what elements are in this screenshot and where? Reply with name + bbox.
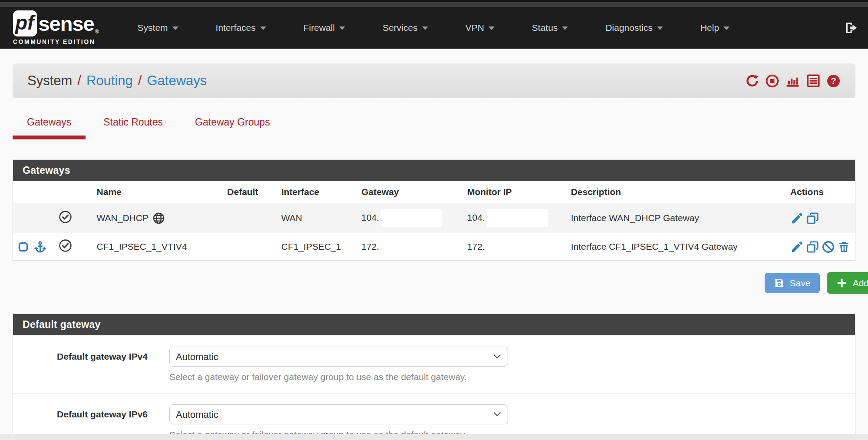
default-gateway-ipv4-label: Default gateway IPv4 xyxy=(30,347,148,362)
check-circle-icon xyxy=(59,239,72,252)
tab-gateways[interactable]: Gateways xyxy=(13,116,86,139)
top-navbar: pf sense ® COMMUNITY EDITION System Inte… xyxy=(0,7,868,49)
pfsense-logo[interactable]: pf sense ® COMMUNITY EDITION xyxy=(13,10,99,45)
caret-down-icon xyxy=(260,26,266,30)
disable-ban-icon[interactable] xyxy=(822,240,835,254)
gateways-table: Name Default Interface Gateway Monitor I… xyxy=(13,181,855,261)
pfsense-logo-sense: sense xyxy=(38,12,94,36)
page-action-icons: ? xyxy=(745,73,841,89)
gateway-default xyxy=(223,203,277,233)
menu-status[interactable]: Status xyxy=(513,23,587,33)
col-interface: Interface xyxy=(277,181,357,203)
menu-diagnostics[interactable]: Diagnostics xyxy=(587,23,682,33)
menu-vpn[interactable]: VPN xyxy=(447,23,513,33)
gateway-name: WAN_DHCP xyxy=(97,213,149,223)
breadcrumb-link-gateways[interactable]: Gateways xyxy=(147,73,207,89)
default-gateway-ipv6-select[interactable]: Automatic xyxy=(169,404,508,424)
menu-services[interactable]: Services xyxy=(364,23,447,33)
refresh-icon[interactable] xyxy=(745,74,759,88)
svg-text:?: ? xyxy=(831,76,836,86)
gateways-panel-title: Gateways xyxy=(13,160,855,181)
table-row: WAN_DHCP WAN 104. 104. xyxy=(13,203,855,233)
caret-down-icon xyxy=(657,26,663,30)
default-gateway-ipv4-group: Default gateway IPv4 Automatic Select a … xyxy=(13,346,855,394)
default-gateway-panel-title: Default gateway xyxy=(13,314,855,335)
col-description: Description xyxy=(567,181,786,203)
pfsense-gateways-page: pf sense ® COMMUNITY EDITION System Inte… xyxy=(0,0,868,440)
gateway-default xyxy=(223,233,277,261)
routing-tabs: Gateways Static Routes Gateway Groups xyxy=(13,116,855,139)
redaction-box xyxy=(381,209,442,227)
gateway-interface: WAN xyxy=(277,203,357,233)
col-monitor-ip: Monitor IP xyxy=(463,181,567,203)
table-buttons: Save Add xyxy=(13,272,855,294)
help-circle-icon[interactable]: ? xyxy=(826,74,841,88)
caret-down-icon xyxy=(723,26,729,30)
tab-static-routes[interactable]: Static Routes xyxy=(89,116,177,139)
window-chrome-strip xyxy=(0,0,868,7)
default-gateway-panel: Default gateway Default gateway IPv4 Aut… xyxy=(13,314,855,440)
gateway-address: 172. xyxy=(357,233,463,261)
col-name: Name xyxy=(85,181,223,203)
col-default: Default xyxy=(223,181,277,203)
caret-down-icon xyxy=(562,26,568,30)
edit-pencil-icon[interactable] xyxy=(790,212,804,225)
breadcrumb-separator: / xyxy=(77,73,81,89)
menu-help[interactable]: Help xyxy=(682,23,748,33)
gateway-interface: CF1_IPSEC_1 xyxy=(277,233,357,261)
gateways-panel: Gateways Name Default Interface Gateway xyxy=(13,159,855,261)
default-gateway-ipv6-label: Default gateway IPv6 xyxy=(30,404,148,420)
table-header-row: Name Default Interface Gateway Monitor I… xyxy=(13,181,855,203)
breadcrumb-section: System xyxy=(27,73,72,89)
monitor-ip: 104. xyxy=(467,212,485,222)
default-gateway-ipv4-select[interactable]: Automatic xyxy=(169,347,508,367)
caret-down-icon xyxy=(488,26,495,30)
caret-down-icon xyxy=(422,26,428,30)
list-icon[interactable] xyxy=(806,73,821,88)
plus-icon xyxy=(836,277,848,289)
gateway-address: 104. xyxy=(361,212,379,222)
menu-firewall[interactable]: Firewall xyxy=(285,23,364,33)
menu-interfaces[interactable]: Interfaces xyxy=(197,23,285,33)
page-bottom-strip xyxy=(0,434,868,440)
caret-down-icon xyxy=(172,26,178,30)
redaction-box xyxy=(487,209,548,227)
add-button[interactable]: Add xyxy=(827,272,868,294)
bar-chart-icon[interactable] xyxy=(785,73,800,89)
default-gateway-ipv6-group: Default gateway IPv6 Automatic Select a … xyxy=(13,394,855,440)
table-row: CF1_IPSEC_1_VTIV4 CF1_IPSEC_1 172. 172. … xyxy=(13,233,855,261)
breadcrumb-link-routing[interactable]: Routing xyxy=(86,73,133,89)
breadcrumb-separator: / xyxy=(138,73,142,89)
check-circle-icon xyxy=(59,210,72,224)
tab-gateway-groups[interactable]: Gateway Groups xyxy=(181,116,284,139)
anchor-icon xyxy=(33,240,47,254)
col-actions: Actions xyxy=(786,181,855,203)
save-button[interactable]: Save xyxy=(765,273,820,293)
gateway-description: Interface CF1_IPSEC_1_VTIV4 Gateway xyxy=(567,233,786,261)
monitor-ip: 172. xyxy=(463,233,567,261)
checkbox-outline-icon[interactable] xyxy=(17,241,29,253)
community-edition-label: COMMUNITY EDITION xyxy=(13,38,99,45)
main-menu: System Interfaces Firewall Services VPN … xyxy=(119,23,749,33)
copy-icon[interactable] xyxy=(806,240,819,254)
pfsense-logo-pf: pf xyxy=(13,10,37,36)
col-gateway: Gateway xyxy=(357,181,463,203)
gateway-name: CF1_IPSEC_1_VTIV4 xyxy=(85,233,223,261)
caret-down-icon xyxy=(339,26,345,30)
edit-pencil-icon[interactable] xyxy=(790,240,804,254)
delete-trash-icon[interactable] xyxy=(837,240,851,254)
copy-icon[interactable] xyxy=(806,212,819,225)
save-floppy-icon xyxy=(774,278,785,288)
registered-mark: ® xyxy=(95,29,99,35)
stop-circle-icon[interactable] xyxy=(765,74,779,88)
menu-system[interactable]: System xyxy=(119,23,197,33)
globe-icon xyxy=(152,212,165,225)
breadcrumb: System / Routing / Gateways xyxy=(13,63,855,98)
gateway-description: Interface WAN_DHCP Gateway xyxy=(567,203,786,233)
sign-out-icon[interactable] xyxy=(845,21,858,35)
default-gateway-ipv4-help: Select a gateway or failover gateway gro… xyxy=(169,372,508,382)
